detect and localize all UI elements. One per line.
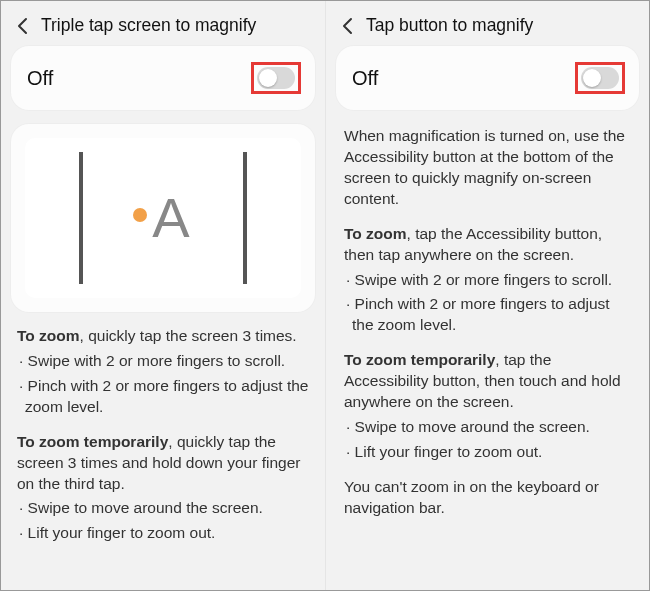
temp-line: To zoom temporarily, quickly tap the scr… [17, 432, 309, 495]
note-text: You can't zoom in on the keyboard or nav… [344, 477, 631, 519]
toggle-switch[interactable] [581, 67, 619, 89]
back-icon[interactable] [13, 16, 33, 36]
temp-bullet: · Lift your finger to zoom out. [344, 442, 631, 463]
zoom-bullet: · Swipe with 2 or more fingers to scroll… [17, 351, 309, 372]
zoom-bullet: · Pinch with 2 or more fingers to adjust… [344, 294, 631, 336]
toggle-card: Off [11, 46, 315, 110]
frame-bar-right [243, 152, 247, 284]
highlight-box [251, 62, 301, 94]
toggle-card: Off [336, 46, 639, 110]
instructions: To zoom, quickly tap the screen 3 times.… [11, 326, 315, 568]
zoom-line: To zoom, quickly tap the screen 3 times. [17, 326, 309, 347]
zoom-block: To zoom, tap the Accessibility button, t… [344, 224, 631, 337]
zoom-head: To zoom [17, 327, 80, 344]
zoom-line: To zoom, tap the Accessibility button, t… [344, 224, 631, 266]
instructions: When magnification is turned on, use the… [336, 124, 639, 543]
page-title: Tap button to magnify [366, 15, 533, 36]
intro-text: When magnification is turned on, use the… [344, 126, 631, 210]
frame-bar-left [79, 152, 83, 284]
temp-bullet: · Lift your finger to zoom out. [17, 523, 309, 544]
toggle-label: Off [352, 67, 378, 90]
note-block: You can't zoom in on the keyboard or nav… [344, 477, 631, 519]
temp-block: To zoom temporarily, tap the Accessibili… [344, 350, 631, 463]
temp-head: To zoom temporarily [344, 351, 495, 368]
toggle-row[interactable]: Off [336, 46, 639, 110]
temp-block: To zoom temporarily, quickly tap the scr… [17, 432, 309, 545]
toggle-label: Off [27, 67, 53, 90]
zoom-bullet: · Swipe with 2 or more fingers to scroll… [344, 270, 631, 291]
magnify-illustration: A [25, 138, 301, 298]
temp-head: To zoom temporarily [17, 433, 168, 450]
toggle-row[interactable]: Off [11, 46, 315, 110]
touch-dot-icon [133, 208, 147, 222]
zoom-tail: , quickly tap the screen 3 times. [80, 327, 297, 344]
page-title: Triple tap screen to magnify [41, 15, 256, 36]
zoom-head: To zoom [344, 225, 407, 242]
illustration-card: A [11, 124, 315, 312]
zoom-block: To zoom, quickly tap the screen 3 times.… [17, 326, 309, 418]
temp-bullet: · Swipe to move around the screen. [17, 498, 309, 519]
zoom-bullet: · Pinch with 2 or more fingers to adjust… [17, 376, 309, 418]
header: Triple tap screen to magnify [11, 9, 315, 46]
pane-tap-button: Tap button to magnify Off When magnifica… [325, 1, 649, 590]
temp-bullet: · Swipe to move around the screen. [344, 417, 631, 438]
letter-a-icon: A [152, 190, 189, 246]
pane-triple-tap: Triple tap screen to magnify Off A To zo… [1, 1, 325, 590]
header: Tap button to magnify [336, 9, 639, 46]
intro-block: When magnification is turned on, use the… [344, 126, 631, 210]
back-icon[interactable] [338, 16, 358, 36]
temp-line: To zoom temporarily, tap the Accessibili… [344, 350, 631, 413]
highlight-box [575, 62, 625, 94]
toggle-switch[interactable] [257, 67, 295, 89]
